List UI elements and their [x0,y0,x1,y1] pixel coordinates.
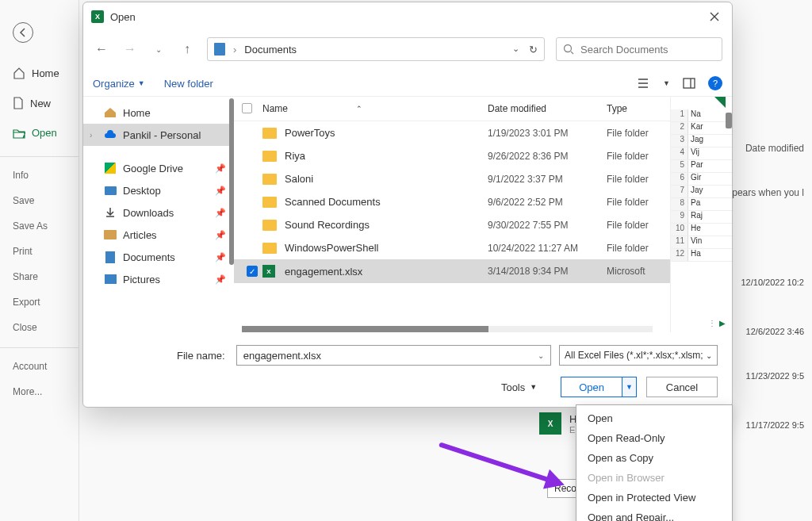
tree-item-articles[interactable]: Articles📌 [83,224,234,246]
nav-more[interactable]: More... [13,386,79,397]
dialog-footer: File name: engagement.xlsx ⌄ All Excel F… [83,332,732,407]
svg-point-0 [565,45,572,52]
nav-forward-icon[interactable]: → [121,40,139,58]
search-box[interactable] [556,37,722,61]
file-row[interactable]: Saloni9/1/2022 3:37 PMFile folder [234,167,670,190]
preview-pane-icon[interactable] [681,75,697,91]
nav-close[interactable]: Close [13,322,79,333]
file-list-header: Name⌃ Date modified Type [234,97,670,121]
nav-home[interactable]: Home [13,67,79,79]
file-name-label: File name: [177,350,228,362]
address-bar[interactable]: › Documents ⌄ ↻ [207,37,545,61]
organize-button[interactable]: Organize▼ [93,78,145,90]
nav-account[interactable]: Account [13,361,79,372]
tree-item-desktop[interactable]: Desktop📌 [83,179,234,201]
file-name-input[interactable]: engagement.xlsx ⌄ [236,345,551,366]
bg-hint: pears when you l [732,187,804,198]
pin-icon: 📌 [215,274,226,285]
tree-item-google-drive[interactable]: Google Drive📌 [83,157,234,179]
nav-open[interactable]: Open [13,127,79,139]
preview-row: 3Jag [671,135,732,147]
file-row[interactable]: ✓Xengagement.xlsx3/14/2018 9:34 PMMicros… [234,259,670,283]
file-filter[interactable]: All Excel Files (*.xl*;*.xlsx;*.xlsm; ⌄ [559,345,718,366]
file-row[interactable]: WindowsPowerShell10/24/2022 11:27 AMFile… [234,236,670,259]
nav-save-as[interactable]: Save As [13,220,79,232]
nav-info[interactable]: Info [13,170,79,181]
recent-date: 12/10/2022 10:2 [741,278,804,287]
col-type[interactable]: Type [607,103,662,114]
chevron-down-icon[interactable]: ⌄ [150,40,167,58]
preview-row: 1Na [671,109,732,122]
col-date[interactable]: Date modified [488,103,607,114]
tree-item-pankil---personal[interactable]: ›Pankil - Personal [83,124,234,146]
nav-home-label: Home [32,67,59,79]
menu-open-as-copy[interactable]: Open as Copy [576,448,732,468]
nav-new-label: New [30,98,51,109]
menu-open-in-protected-view[interactable]: Open in Protected View [576,488,732,508]
help-icon[interactable]: ? [708,76,722,90]
col-name[interactable]: Name⌃ [262,103,488,114]
chevron-down-icon[interactable]: ⌄ [706,351,712,360]
preview-row: 5Par [671,160,732,173]
menu-open-read-only[interactable]: Open Read-Only [576,428,732,448]
tree-item-documents[interactable]: Documents📌 [83,246,234,268]
open-button[interactable]: Open ▼ [561,377,637,397]
dialog-toolbar: Organize▼ New folder ▼ ? [83,71,732,96]
pin-icon: 📌 [215,208,226,218]
search-input[interactable] [580,44,715,56]
nav-back-icon[interactable]: ← [93,40,110,58]
nav-new[interactable]: New [13,97,79,109]
file-row[interactable]: Scanned Documents9/6/2022 2:52 PMFile fo… [234,190,670,213]
chevron-down-icon[interactable]: ▼ [663,79,670,87]
file-row[interactable]: Sound Recordings9/30/2022 7:55 PMFile fo… [234,213,670,236]
chevron-down-icon[interactable]: ⌄ [512,44,519,56]
cancel-button[interactable]: Cancel [646,377,718,397]
tree-item-home[interactable]: Home [83,102,234,124]
preview-row: 12Ha [671,249,732,262]
file-row[interactable]: PowerToys1/19/2023 3:01 PMFile folder [234,121,670,144]
xlsx-icon: X [262,265,275,278]
file-row[interactable]: Riya9/26/2022 8:36 PMFile folder [234,144,670,167]
desk-icon [104,184,117,197]
row-checkbox[interactable]: ✓ [247,266,258,277]
nav-save[interactable]: Save [13,195,79,206]
dialog-title: Open [110,11,705,23]
menu-open-and-repair---[interactable]: Open and Repair... [576,508,732,521]
preview-pane: 1Na2Kar3Jag4Vij5Par6Gir7Jay8Pa9Raj10He11… [670,97,732,332]
more-icon[interactable]: ⋮ [708,319,716,328]
new-folder-button[interactable]: New folder [164,78,213,90]
col-date-modified: Date modified [745,143,804,154]
recent-date: 11/17/2022 9:5 [746,420,804,430]
h-scrollbar[interactable] [242,326,653,332]
chevron-down-icon[interactable]: ⌄ [538,351,544,360]
view-list-icon[interactable] [636,75,652,91]
pic-icon [104,273,117,285]
folder-icon [262,128,277,139]
nav-print[interactable]: Print [13,246,79,257]
preview-scrollbar[interactable] [726,113,732,128]
folder-icon [262,220,277,231]
search-icon [563,44,574,55]
recent-date: 12/6/2022 3:46 [746,327,804,336]
nav-share[interactable]: Share [13,271,79,282]
preview-row: 11Vin [671,236,732,249]
select-all-checkbox[interactable] [242,103,252,113]
folder-icon [262,197,277,208]
dialog-nav: ← → ⌄ ↑ › Documents ⌄ ↻ [83,31,732,71]
tree-item-downloads[interactable]: Downloads📌 [83,201,234,224]
folder-icon [262,243,277,254]
folder-icon [104,228,117,241]
nav-up-icon[interactable]: ↑ [178,40,196,58]
tree-item-pictures[interactable]: Pictures📌 [83,268,234,290]
documents-icon [214,43,225,56]
open-dropdown-icon[interactable]: ▼ [622,377,636,396]
nav-open-label: Open [32,127,57,139]
recent-date: 11/23/2022 9:5 [746,371,804,381]
refresh-icon[interactable]: ↻ [529,44,538,56]
back-button[interactable] [13,22,33,43]
nav-export[interactable]: Export [13,297,79,308]
tools-button[interactable]: Tools▼ [501,381,537,393]
close-icon[interactable] [705,7,724,26]
next-icon[interactable]: ▶ [719,319,726,328]
menu-open[interactable]: Open [576,408,732,428]
